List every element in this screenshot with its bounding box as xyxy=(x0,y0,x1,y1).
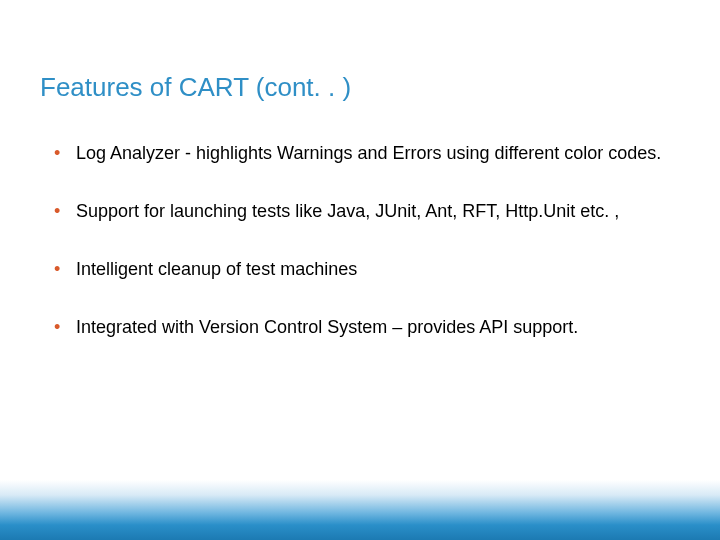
footer-gradient xyxy=(0,480,720,540)
list-item: Log Analyzer - highlights Warnings and E… xyxy=(48,140,672,166)
slide: Features of CART (cont. . ) Log Analyzer… xyxy=(0,0,720,540)
list-item: Support for launching tests like Java, J… xyxy=(48,198,672,224)
slide-content: Log Analyzer - highlights Warnings and E… xyxy=(48,140,672,372)
list-item: Integrated with Version Control System –… xyxy=(48,314,672,340)
bullet-list: Log Analyzer - highlights Warnings and E… xyxy=(48,140,672,340)
slide-title: Features of CART (cont. . ) xyxy=(40,72,351,103)
list-item: Intelligent cleanup of test machines xyxy=(48,256,672,282)
